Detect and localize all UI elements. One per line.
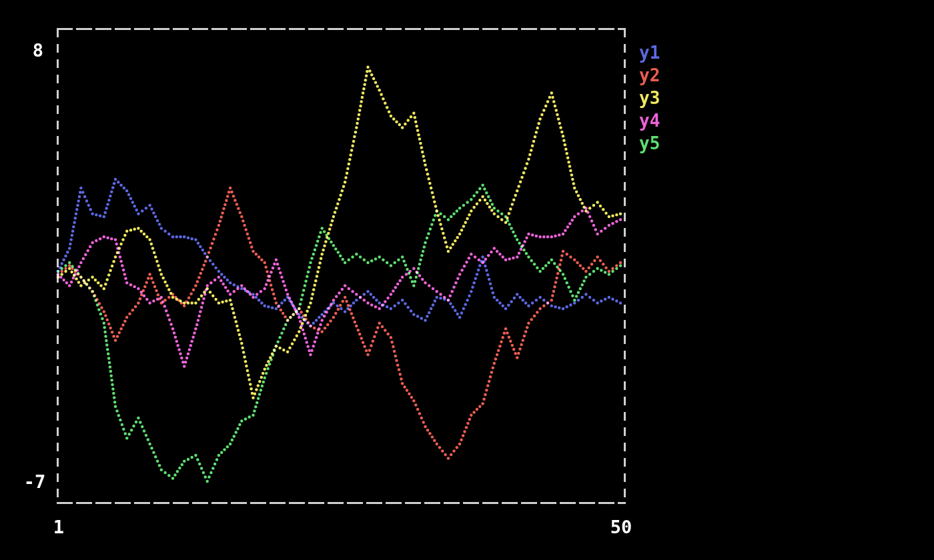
legend-item-y2: y2 xyxy=(639,64,660,87)
legend-item-y1: y1 xyxy=(639,41,660,64)
x-axis-max-label: 50 xyxy=(610,518,632,536)
x-axis-min-label: 1 xyxy=(53,518,64,536)
legend-item-y4: y4 xyxy=(639,109,660,132)
series-y2 xyxy=(57,187,622,460)
legend-item-y5: y5 xyxy=(639,132,660,155)
series-y3 xyxy=(57,66,622,400)
plot-canvas xyxy=(0,0,934,560)
legend-item-y3: y3 xyxy=(639,87,660,109)
y-axis-max-label: 8 xyxy=(33,41,43,59)
legend: y1y2y3y4y5 xyxy=(639,41,660,155)
series-root xyxy=(57,66,622,483)
y-axis-min-label: -7 xyxy=(24,473,46,491)
series-y5 xyxy=(57,183,622,483)
terminal-plot-page: 8 -7 1 50 y1y2y3y4y5 xyxy=(0,0,934,560)
